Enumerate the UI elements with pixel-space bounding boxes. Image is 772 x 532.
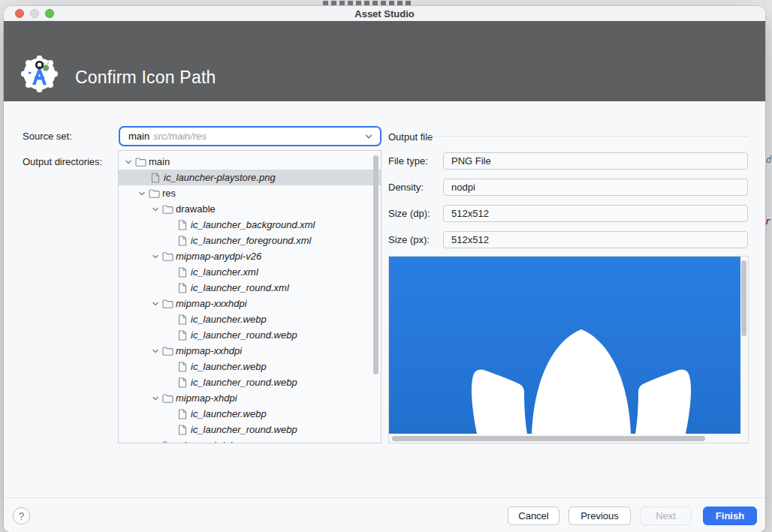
folder-icon <box>161 251 174 261</box>
tree-file-ic_launcher-playstore.png[interactable]: ic_launcher-playstore.png <box>119 170 381 185</box>
chevron-expanded-icon[interactable] <box>150 205 161 214</box>
tree-file-ic_launcher_round.webp[interactable]: ic_launcher_round.webp <box>119 327 381 343</box>
file-icon <box>176 362 189 372</box>
field-value-density: nodpi <box>443 179 748 196</box>
tree-node-label: ic_launcher.xml <box>191 266 258 278</box>
chevron-expanded-icon[interactable] <box>137 189 147 198</box>
tree-node-label: ic_launcher_background.xml <box>191 219 315 230</box>
file-icon <box>176 283 189 293</box>
tree-file-ic_launcher.webp[interactable]: ic_launcher.webp <box>119 406 381 422</box>
tree-node-label: mipmap-xxxhdpi <box>176 298 247 309</box>
output-file-section-title: Output file <box>388 131 433 143</box>
tree-node-label: ic_launcher.webp <box>191 314 267 325</box>
tree-node-label: ic_launcher_round.webp <box>191 424 297 435</box>
tree-vertical-scrollbar[interactable] <box>373 155 378 374</box>
tree-file-ic_launcher_round.webp[interactable]: ic_launcher_round.webp <box>119 422 381 437</box>
launcher-icon-preview-image <box>389 257 740 434</box>
source-set-label: Source set: <box>23 131 72 142</box>
wizard-step-title: Confirm Icon Path <box>75 68 216 88</box>
file-icon <box>176 220 189 230</box>
source-set-path-hint: src/main/res <box>153 131 207 142</box>
tree-file-ic_launcher_foreground.xml[interactable]: ic_launcher_foreground.xml <box>119 233 381 248</box>
file-icon <box>176 314 189 325</box>
tree-file-ic_launcher.xml[interactable]: ic_launcher.xml <box>119 264 381 280</box>
tree-node-label: ic_launcher_foreground.xml <box>191 235 311 246</box>
tree-node-label: res <box>162 188 176 199</box>
chevron-expanded-icon[interactable] <box>123 158 134 167</box>
background-editor-fragment-d: d <box>766 155 771 165</box>
tree-folder-drawable[interactable]: drawable <box>119 201 381 217</box>
tree-file-ic_launcher.webp[interactable]: ic_launcher.webp <box>119 359 381 374</box>
cancel-button[interactable]: Cancel <box>508 506 559 525</box>
background-editor-fragment-r: r <box>765 216 770 227</box>
tree-folder-mipmap-xxxhdpi[interactable]: mipmap-xxxhdpi <box>119 296 381 311</box>
preview-vertical-scrollbar[interactable] <box>741 260 746 336</box>
tree-node-label: drawable <box>176 203 216 215</box>
background-window-title-fragment <box>323 1 412 5</box>
chevron-expanded-icon[interactable] <box>150 252 161 261</box>
tree-file-ic_launcher_round.webp[interactable]: ic_launcher_round.webp <box>119 374 381 390</box>
wizard-header: Confirm Icon Path <box>4 21 765 101</box>
next-button: Next <box>640 506 692 525</box>
preview-horizontal-scrollbar[interactable] <box>392 436 705 441</box>
tree-folder-main[interactable]: main <box>119 154 381 170</box>
background-window-strip <box>0 0 772 6</box>
tree-file-ic_launcher_background.xml[interactable]: ic_launcher_background.xml <box>119 217 381 233</box>
tree-folder-mipmap-hdpi[interactable]: mipmap-hdpi <box>119 437 381 443</box>
folder-icon <box>161 204 174 214</box>
tree-folder-res[interactable]: res <box>119 185 381 201</box>
previous-button[interactable]: Previous <box>568 506 631 525</box>
folder-icon <box>147 188 161 198</box>
field-value-sizepx: 512x512 <box>443 231 748 248</box>
file-icon <box>149 173 162 183</box>
source-set-combobox[interactable]: main src/main/res <box>119 126 381 146</box>
chevron-expanded-icon[interactable] <box>150 394 161 403</box>
dialog-titlebar[interactable]: Asset Studio <box>4 6 765 21</box>
finish-button[interactable]: Finish <box>703 506 757 525</box>
tree-node-label: ic_launcher_round.webp <box>191 329 297 341</box>
tree-node-label: mipmap-xhdpi <box>176 392 237 404</box>
help-button[interactable]: ? <box>13 507 30 524</box>
field-label-sizepx: Size (px): <box>388 234 430 245</box>
output-directories-tree[interactable]: mainic_launcher-playstore.pngresdrawable… <box>118 150 381 443</box>
folder-icon <box>161 393 174 403</box>
field-label-filetype: File type: <box>388 155 428 167</box>
tree-folder-mipmap-xhdpi[interactable]: mipmap-xhdpi <box>119 390 381 406</box>
file-icon <box>176 236 189 246</box>
tree-folder-mipmap-anydpi-v26[interactable]: mipmap-anydpi-v26 <box>119 248 381 264</box>
chevron-expanded-icon[interactable] <box>150 441 161 444</box>
field-label-sizedp: Size (dp): <box>388 208 430 219</box>
tree-node-label: ic_launcher.webp <box>191 408 267 419</box>
tree-node-label: mipmap-anydpi-v26 <box>176 251 261 262</box>
field-value-sizedp: 512x512 <box>443 205 748 222</box>
chevron-down-icon[interactable] <box>363 131 374 142</box>
chevron-expanded-icon[interactable] <box>150 347 161 356</box>
field-label-density: Density: <box>388 182 424 193</box>
tree-rows: mainic_launcher-playstore.pngresdrawable… <box>119 154 381 443</box>
tree-file-ic_launcher.webp[interactable]: ic_launcher.webp <box>119 311 381 327</box>
tree-node-label: mipmap-xxhdpi <box>176 345 242 356</box>
source-set-value: main <box>128 131 149 142</box>
tree-node-label: ic_launcher-playstore.png <box>164 172 276 183</box>
asset-studio-dialog: Asset Studio <box>4 6 765 532</box>
field-value-filetype: PNG File <box>443 152 748 170</box>
window-title: Asset Studio <box>4 8 765 20</box>
folder-icon <box>134 157 147 167</box>
tree-node-label: ic_launcher_round.xml <box>191 282 289 293</box>
tree-node-label: main <box>149 156 170 167</box>
tree-node-label: ic_launcher.webp <box>191 361 267 372</box>
output-directories-label: Output directories: <box>23 156 102 167</box>
folder-icon <box>161 440 174 443</box>
footer-divider <box>4 497 765 498</box>
file-icon <box>176 267 189 278</box>
tree-node-label: ic_launcher_round.webp <box>191 377 297 388</box>
icon-preview-panel[interactable] <box>388 256 749 443</box>
file-icon <box>176 425 189 435</box>
file-icon <box>176 377 189 388</box>
file-icon <box>176 330 189 341</box>
folder-icon <box>161 299 174 308</box>
tree-file-ic_launcher_round.xml[interactable]: ic_launcher_round.xml <box>119 280 381 296</box>
chevron-expanded-icon[interactable] <box>150 299 161 308</box>
tree-folder-mipmap-xxhdpi[interactable]: mipmap-xxhdpi <box>119 343 381 359</box>
android-studio-logo-icon <box>21 56 58 95</box>
